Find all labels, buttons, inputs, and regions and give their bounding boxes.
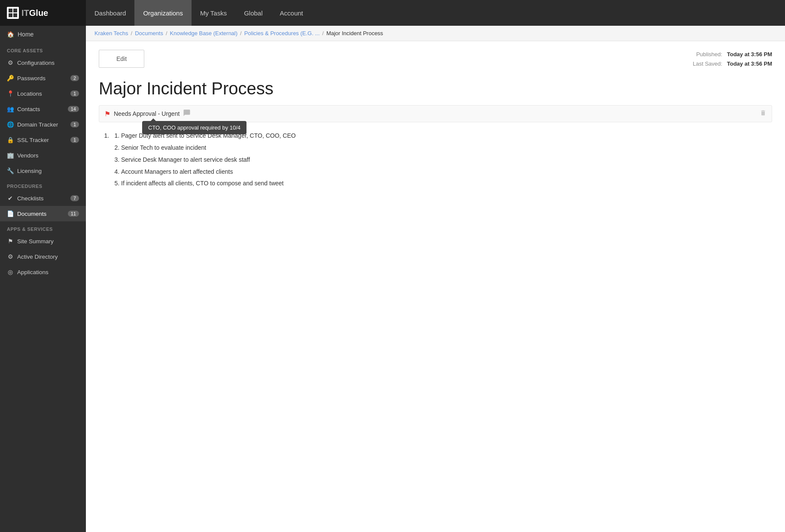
logo-icon bbox=[7, 7, 19, 19]
sidebar-label-passwords: Passwords bbox=[17, 75, 67, 82]
breadcrumb-documents[interactable]: Documents bbox=[135, 30, 163, 36]
sidebar-item-licensing[interactable]: 🔧 Licensing bbox=[0, 163, 86, 178]
doc-toolbar: Edit Published: Today at 3:56 PM Last Sa… bbox=[99, 50, 772, 69]
vendors-icon: 🏢 bbox=[7, 152, 14, 159]
sidebar-label-documents: Documents bbox=[17, 211, 64, 217]
sidebar-item-locations[interactable]: 📍 Locations 1 bbox=[0, 86, 86, 101]
section-header-apps-services: Apps & Services bbox=[0, 221, 86, 233]
doc-wrapper: Edit Published: Today at 3:56 PM Last Sa… bbox=[86, 41, 785, 532]
passwords-icon: 🔑 bbox=[7, 75, 14, 82]
applications-icon: ◎ bbox=[7, 269, 14, 275]
sidebar-item-ssl-tracker[interactable]: 🔒 SSL Tracker 1 bbox=[0, 132, 86, 148]
doc-body: Pager Duty alert sent to Service Desk Ma… bbox=[99, 131, 772, 189]
nav-dashboard[interactable]: Dashboard bbox=[86, 0, 134, 26]
ssl-tracker-icon: 🔒 bbox=[7, 136, 14, 143]
home-icon: 🏠 bbox=[7, 31, 14, 38]
sidebar-label-checklists: Checklists bbox=[17, 195, 67, 202]
section-header-core-assets: Core Assets bbox=[0, 43, 86, 55]
sidebar-item-documents[interactable]: 📄 Documents 11 bbox=[0, 206, 86, 221]
published-value: Today at 3:56 PM bbox=[727, 51, 772, 57]
sidebar-label-vendors: Vendors bbox=[17, 152, 79, 159]
approval-tooltip: CTO, COO approval required by 10/4 bbox=[142, 121, 246, 134]
sidebar-label-site-summary: Site Summary bbox=[17, 238, 79, 245]
nav-organizations[interactable]: Organizations bbox=[134, 0, 192, 26]
licensing-icon: 🔧 bbox=[7, 167, 14, 174]
list-subitem-3: Service Desk Manager to alert service de… bbox=[121, 155, 772, 165]
list-subitem-5: If incident affects all clients, CTO to … bbox=[121, 178, 772, 189]
sidebar-item-configurations[interactable]: ⚙ Configurations bbox=[0, 55, 86, 70]
active-directory-icon: ⚙ bbox=[7, 253, 14, 260]
top-navigation: ITGlue Dashboard Organizations My Tasks … bbox=[0, 0, 785, 26]
comment-icon[interactable] bbox=[183, 109, 191, 118]
breadcrumb: Kraken Techs / Documents / Knowledge Bas… bbox=[86, 26, 785, 41]
sidebar-label-locations: Locations bbox=[17, 91, 67, 97]
sidebar-item-applications[interactable]: ◎ Applications bbox=[0, 264, 86, 280]
breadcrumb-knowledge-base[interactable]: Knowledge Base (External) bbox=[170, 30, 238, 36]
logo-area: ITGlue bbox=[0, 0, 86, 26]
locations-icon: 📍 bbox=[7, 90, 14, 97]
breadcrumb-sep-4: / bbox=[322, 30, 324, 36]
last-saved-row: Last Saved: Today at 3:56 PM bbox=[693, 59, 772, 69]
section-header-procedures: Procedures bbox=[0, 178, 86, 190]
configurations-icon: ⚙ bbox=[7, 59, 14, 66]
site-summary-icon: ⚑ bbox=[7, 238, 14, 245]
svg-rect-2 bbox=[9, 13, 12, 17]
sidebar-home-label: Home bbox=[18, 31, 33, 38]
sidebar-label-configurations: Configurations bbox=[17, 60, 79, 66]
sidebar-label-ssl-tracker: SSL Tracker bbox=[17, 137, 67, 143]
contacts-badge: 14 bbox=[68, 106, 79, 112]
sidebar-label-domain-tracker: Domain Tracker bbox=[17, 121, 67, 128]
doc-title: Major Incident Process bbox=[99, 79, 772, 98]
edit-button[interactable]: Edit bbox=[99, 50, 144, 68]
breadcrumb-sep-2: / bbox=[166, 30, 167, 36]
svg-rect-3 bbox=[13, 13, 17, 17]
sidebar-label-active-directory: Active Directory bbox=[17, 254, 79, 260]
sidebar-item-domain-tracker[interactable]: 🌐 Domain Tracker 1 bbox=[0, 117, 86, 132]
checklists-icon: ✔ bbox=[7, 195, 14, 202]
sidebar-item-active-directory[interactable]: ⚙ Active Directory bbox=[0, 249, 86, 264]
breadcrumb-sep-1: / bbox=[131, 30, 133, 36]
breadcrumb-current: Major Incident Process bbox=[326, 30, 383, 36]
sidebar-home[interactable]: 🏠 Home bbox=[0, 26, 86, 43]
domain-tracker-icon: 🌐 bbox=[7, 121, 14, 128]
sidebar-label-applications: Applications bbox=[17, 269, 79, 275]
sidebar-label-licensing: Licensing bbox=[17, 168, 79, 174]
logo-text: ITGlue bbox=[21, 8, 48, 18]
sidebar-item-site-summary[interactable]: ⚑ Site Summary bbox=[0, 233, 86, 249]
doc-meta: Published: Today at 3:56 PM Last Saved: … bbox=[693, 50, 772, 69]
content-area: Kraken Techs / Documents / Knowledge Bas… bbox=[86, 26, 785, 532]
breadcrumb-kraken-techs[interactable]: Kraken Techs bbox=[94, 30, 128, 36]
last-saved-label: Last Saved: bbox=[693, 60, 722, 67]
sidebar-item-passwords[interactable]: 🔑 Passwords 2 bbox=[0, 70, 86, 86]
sidebar-item-checklists[interactable]: ✔ Checklists 7 bbox=[0, 190, 86, 206]
last-saved-value: Today at 3:56 PM bbox=[727, 60, 772, 67]
sidebar-label-contacts: Contacts bbox=[17, 106, 64, 112]
breadcrumb-sep-3: / bbox=[240, 30, 242, 36]
contacts-icon: 👥 bbox=[7, 106, 14, 112]
sidebar: 🏠 Home Core Assets ⚙ Configurations 🔑 Pa… bbox=[0, 26, 86, 532]
status-row: ⚑ Needs Approval - Urgent CTO, COO appro… bbox=[99, 105, 772, 122]
domain-tracker-badge: 1 bbox=[70, 121, 79, 127]
nav-account[interactable]: Account bbox=[271, 0, 312, 26]
passwords-badge: 2 bbox=[70, 75, 79, 81]
locations-badge: 1 bbox=[70, 91, 79, 97]
documents-badge: 11 bbox=[68, 211, 79, 217]
nav-items: Dashboard Organizations My Tasks Global … bbox=[86, 0, 312, 26]
sidebar-item-contacts[interactable]: 👥 Contacts 14 bbox=[0, 101, 86, 117]
published-label: Published: bbox=[696, 51, 722, 57]
status-label: Needs Approval - Urgent bbox=[114, 110, 180, 117]
delete-icon[interactable] bbox=[760, 109, 767, 118]
nav-my-tasks[interactable]: My Tasks bbox=[192, 0, 235, 26]
ssl-tracker-badge: 1 bbox=[70, 137, 79, 143]
documents-icon: 📄 bbox=[7, 210, 14, 217]
nav-global[interactable]: Global bbox=[235, 0, 271, 26]
breadcrumb-policies[interactable]: Policies & Procedures (E.G. ... bbox=[244, 30, 320, 36]
list-item: Pager Duty alert sent to Service Desk Ma… bbox=[111, 131, 772, 189]
sidebar-item-vendors[interactable]: 🏢 Vendors bbox=[0, 148, 86, 163]
inner-list: Pager Duty alert sent to Service Desk Ma… bbox=[111, 131, 772, 189]
checklists-badge: 7 bbox=[70, 195, 79, 201]
svg-rect-1 bbox=[13, 9, 17, 12]
logo: ITGlue bbox=[7, 7, 48, 19]
svg-rect-0 bbox=[9, 9, 12, 12]
flag-icon: ⚑ bbox=[104, 110, 110, 118]
